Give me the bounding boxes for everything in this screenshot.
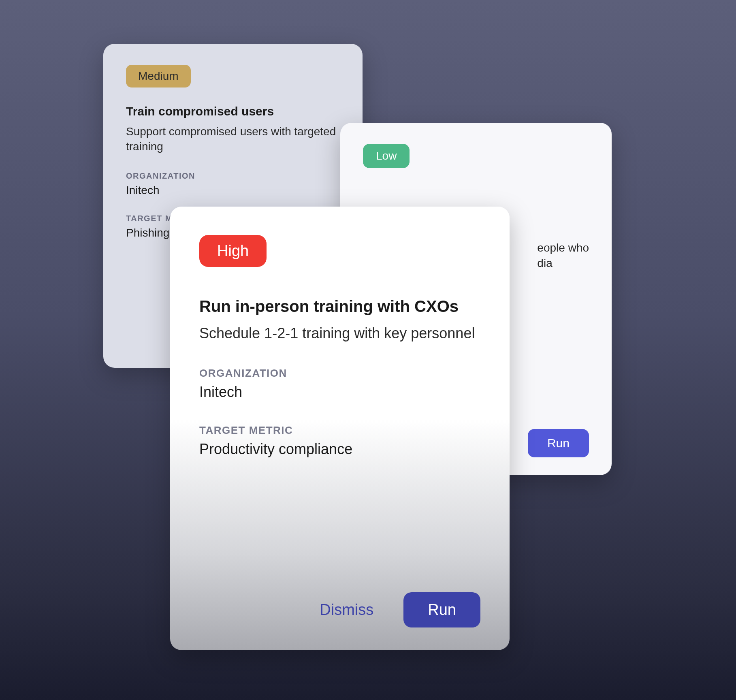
target-metric-label: TARGET METRIC <box>199 424 480 437</box>
priority-badge-high: High <box>199 235 267 267</box>
organization-label: ORGANIZATION <box>126 171 340 181</box>
organization-label: ORGANIZATION <box>199 367 480 380</box>
priority-badge-low: Low <box>363 144 410 168</box>
dismiss-button[interactable]: Dismiss <box>299 592 394 627</box>
priority-badge-medium: Medium <box>126 65 191 88</box>
task-title: Train compromised users <box>126 104 340 119</box>
target-metric-value: Productivity compliance <box>199 441 480 458</box>
task-subtitle-partial: eople who dia <box>537 240 589 271</box>
run-button[interactable]: Run <box>528 429 589 457</box>
task-title: Run in-person training with CXOs <box>199 296 480 316</box>
organization-value: Initech <box>199 384 480 401</box>
run-button[interactable]: Run <box>403 592 480 627</box>
card-actions: Dismiss Run <box>199 592 480 627</box>
organization-value: Initech <box>126 184 340 197</box>
card-actions: Run <box>528 429 589 457</box>
task-card-high[interactable]: High Run in-person training with CXOs Sc… <box>170 207 510 650</box>
task-subtitle: Support compromised users with targeted … <box>126 124 340 155</box>
task-subtitle: Schedule 1-2-1 training with key personn… <box>199 324 480 344</box>
